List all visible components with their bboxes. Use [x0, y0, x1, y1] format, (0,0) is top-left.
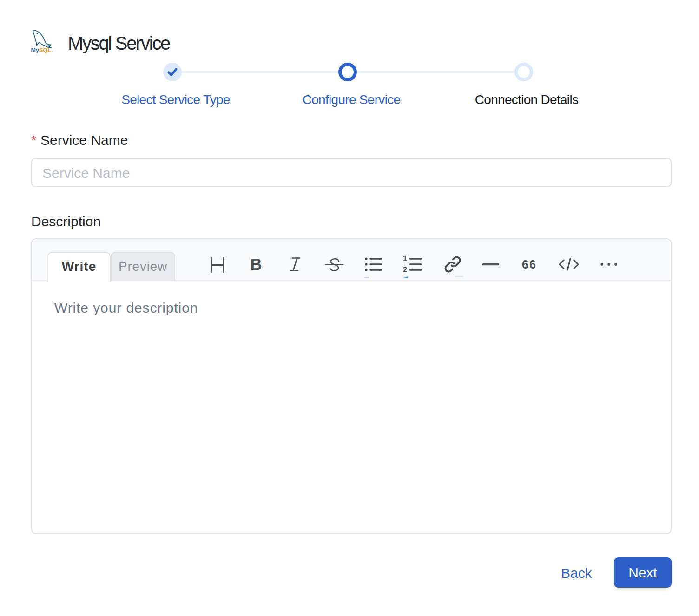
svg-text:1: 1: [403, 255, 407, 262]
svg-text:2: 2: [403, 266, 407, 274]
